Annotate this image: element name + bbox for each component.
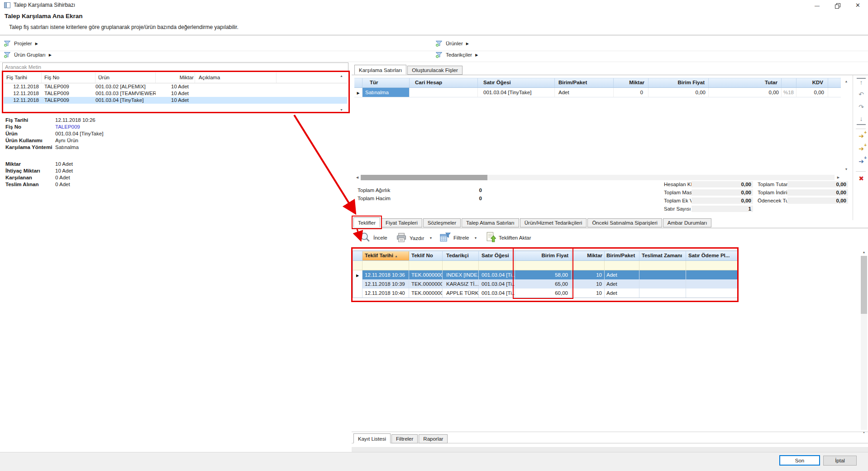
fulfillment-table-header: Tür Cari Hesap Satır Öğesi Birim/Paket M… <box>354 78 841 88</box>
yazdir-button[interactable]: Yazdır ▼ <box>396 233 432 243</box>
tekliften-aktar-button[interactable]: Tekliften Aktar <box>486 232 531 243</box>
filter-urunler[interactable]: Ürünler ▶ <box>435 40 469 47</box>
col-birim-paket[interactable]: Birim/Paket <box>605 251 639 260</box>
tab-ambar-durumlari[interactable]: Ambar Durumları <box>663 218 712 227</box>
son-button[interactable]: Son <box>779 455 820 466</box>
hscroll-left-icon[interactable]: ◀ <box>354 176 360 179</box>
incele-button[interactable]: İncele <box>360 232 387 244</box>
filter-urunler-label: Ürünler <box>446 41 463 46</box>
offers-scrollbar-thumb[interactable] <box>861 256 867 314</box>
col-teklif-no[interactable]: Teklif No <box>409 251 443 260</box>
tab-raporlar[interactable]: Raporlar <box>419 434 448 443</box>
delete-line-icon[interactable]: ✖ <box>857 175 866 184</box>
col-birim-fiyat[interactable]: Birim Fiyat <box>515 251 572 260</box>
cell-fiyat: 0,00 <box>649 88 709 97</box>
cell-qty: 10 Adet <box>156 97 195 104</box>
tab-olusturulacak-fisler[interactable]: Oluşturulacak Fişler <box>407 66 463 75</box>
scroll-down-icon[interactable]: ▼ <box>340 108 343 111</box>
cell-satir: 001.03.04 [TinyTake] <box>478 88 555 97</box>
col-aciklama: Açıklama <box>195 72 277 83</box>
col-teklif-tarihi-sorted[interactable]: Teklif Tarihi ▲ <box>362 251 409 260</box>
restore-button[interactable] <box>827 0 848 11</box>
cell-tutar: 0,00 <box>709 88 782 97</box>
detail-teslim: Teslim Alınan0 Adet <box>5 181 70 188</box>
scroll-up-icon[interactable]: ▲ <box>340 74 343 77</box>
cell-tedarikci: APPLE TÜRK... <box>443 288 479 298</box>
tab-teklifler[interactable]: Teklifler <box>353 217 380 227</box>
fulfillment-scroll-up-icon[interactable]: ▲ <box>843 80 850 83</box>
bottom-strip <box>352 447 868 452</box>
tab-onceki-satinalma-siparisleri[interactable]: Önceki Satınalma Siparişleri <box>587 218 662 227</box>
iptal-button[interactable]: İptal <box>823 456 857 466</box>
filter-funnel-icon <box>4 51 11 58</box>
offers-scrollbar-track[interactable] <box>861 256 867 430</box>
col-satir-ogesi[interactable]: Satır Öğesi <box>479 251 515 260</box>
cell-miktar: 0 <box>614 88 649 97</box>
undo-arrow-icon[interactable]: ↶ <box>857 91 866 100</box>
tab-karsilama-satirlari[interactable]: Karşılama Satırları <box>354 65 406 75</box>
offer-row[interactable]: 12.11.2018 10:39 TEK.0000000... KARASIZ … <box>353 279 737 288</box>
cell-fiyat: 60,00 <box>515 288 572 298</box>
col-teslimat-zamani[interactable]: Teslimat Zamanı <box>639 251 686 260</box>
cell-date: 12.11.2018 <box>4 97 42 104</box>
col-satir-odeme[interactable]: Satır Ödeme Pl... <box>686 251 737 260</box>
title-bar: Talep Karşılama Sihirbazı — ✕ <box>0 0 868 11</box>
odenecek-tutar-value: 0,00 <box>787 197 848 204</box>
offer-row-selected[interactable]: ▶ 12.11.2018 10:36 TEK.0000000... INDEX … <box>353 270 737 279</box>
tab-sozlesmeler[interactable]: Sözleşmeler <box>423 218 461 227</box>
fis-no-link[interactable]: TALEP009 <box>55 124 80 130</box>
filter-projeler[interactable]: Projeler ▶ <box>4 40 38 47</box>
action-rail: ↑ ↶ ↷ ↓ ➔+ ➔+ ➔+ ✖ <box>853 75 868 220</box>
insert-line-alt-icon[interactable]: ➔+ <box>857 145 866 154</box>
tab-filtreler[interactable]: Filtreler <box>391 434 418 443</box>
move-bottom-icon[interactable]: ↓ <box>857 115 866 125</box>
detail-label: Fiş No <box>5 124 55 130</box>
filtrele-button[interactable]: Filtrele ▼ <box>440 232 477 243</box>
tab-talep-atama-satirlari[interactable]: Talep Atama Satırları <box>462 218 519 227</box>
hscroll-right-icon[interactable]: ▶ <box>835 176 841 179</box>
hscrollbar-thumb[interactable] <box>361 175 487 180</box>
magnifier-icon <box>360 232 371 244</box>
redo-arrow-icon[interactable]: ↷ <box>857 103 866 112</box>
move-top-icon[interactable]: ↑ <box>857 78 866 88</box>
tab-kayit-listesi[interactable]: Kayıt Listesi <box>353 433 391 443</box>
hscrollbar-track[interactable] <box>361 175 835 180</box>
cell-tarih: 12.11.2018 10:40 <box>362 288 409 298</box>
fulfillment-scroll-down-icon[interactable]: ▼ <box>843 168 850 171</box>
dropdown-icon[interactable]: ▼ <box>429 236 432 240</box>
cell-kdv: 0,00 <box>796 88 828 97</box>
toplam-hacim-value: 0 <box>448 196 482 201</box>
cell-no: TALEP009 <box>42 83 95 90</box>
filter-urun-gruplari-label: Ürün Grupları <box>14 52 46 58</box>
filter-urun-gruplari[interactable]: Ürün Grupları ▶ <box>4 51 52 58</box>
request-table-scrollbar[interactable]: ▲ ▼ <box>339 73 347 112</box>
sort-asc-icon: ▲ <box>395 255 398 258</box>
cell-no: TEK.0000000... <box>409 270 443 279</box>
cell-product: 001.03.03 [TEAMVIEWER] <box>95 90 156 97</box>
add-detail-line-icon[interactable]: ➔+ <box>857 158 866 167</box>
arrow-glyph: ➔ <box>858 132 864 139</box>
col-miktar[interactable]: Miktar <box>572 251 605 260</box>
request-row[interactable]: 12.11.2018 TALEP009 001.03.02 [ALPEMIX] … <box>4 83 347 90</box>
request-row[interactable]: 12.11.2018 TALEP009 001.03.03 [TEAMVIEWE… <box>4 90 347 97</box>
fulfillment-row[interactable]: ▶ Satınalma 001.03.04 [TinyTake] Adet 0 … <box>354 88 841 97</box>
offer-row[interactable]: 12.11.2018 10:40 TEK.0000000... APPLE TÜ… <box>353 288 737 298</box>
col-tedarikci[interactable]: Tedarikçi <box>443 251 479 260</box>
offers-filter-row[interactable] <box>353 261 737 270</box>
minimize-button[interactable]: — <box>807 0 827 11</box>
request-row-selected[interactable]: 12.11.2018 TALEP009 001.03.04 [TinyTake]… <box>4 97 347 104</box>
tab-fiyat-talepleri[interactable]: Fiyat Talepleri <box>381 218 422 227</box>
offers-scroll-up-icon[interactable]: ▲ <box>861 250 867 254</box>
insert-line-icon[interactable]: ➔+ <box>857 132 866 141</box>
close-icon: ✕ <box>855 2 860 9</box>
close-button[interactable]: ✕ <box>848 0 868 11</box>
search-input[interactable] <box>2 62 348 71</box>
filter-tedarikciler[interactable]: Tedarikçiler ▶ <box>435 51 478 58</box>
chevron-right-icon: ▶ <box>466 42 469 46</box>
filter-projeler-label: Projeler <box>14 41 32 46</box>
dropdown-icon[interactable]: ▼ <box>474 236 477 240</box>
detail-label: Miktar <box>5 161 55 168</box>
detail-karsilanan: Karşılanan0 Adet <box>5 174 70 181</box>
tab-urun-hizmet-tedarikcileri[interactable]: Ürün/Hizmet Tedarikçileri <box>520 218 587 227</box>
header-divider <box>0 35 868 35</box>
